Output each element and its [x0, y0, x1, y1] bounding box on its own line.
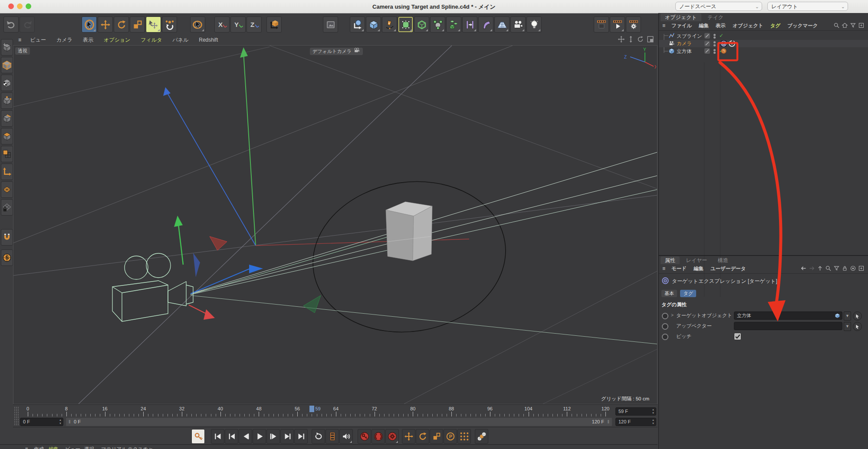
rotate-tool[interactable]	[114, 16, 129, 33]
visibility-dots[interactable]	[713, 48, 716, 55]
layer-color-box[interactable]	[704, 41, 710, 46]
range-slider[interactable]: ‖ 0 F 120 F ‖	[66, 418, 612, 426]
generator[interactable]	[414, 16, 429, 33]
key-position-toggle[interactable]	[402, 429, 415, 444]
scale-tool[interactable]	[130, 16, 145, 33]
spline-pen[interactable]	[382, 16, 397, 33]
enabled-check-icon[interactable]: ✓	[719, 33, 723, 39]
autokeying-toggle[interactable]	[372, 429, 385, 444]
redo-icon[interactable]	[20, 16, 35, 33]
expander-icon[interactable]: >	[671, 313, 674, 318]
key-scale-toggle[interactable]	[430, 429, 443, 444]
model-mode[interactable]	[1, 57, 13, 73]
material-menu-3[interactable]: 選択	[84, 446, 94, 449]
material-menu-0[interactable]: 作成	[34, 446, 44, 449]
render-picture-viewer[interactable]	[610, 16, 625, 33]
layer-color-box[interactable]	[704, 33, 710, 39]
material-menu-1[interactable]: 編集	[49, 446, 59, 449]
animation-dot-icon[interactable]	[662, 334, 668, 340]
goto-end-button[interactable]	[294, 429, 308, 444]
viewport-dolly-icon[interactable]	[627, 36, 635, 45]
basic-mode-button[interactable]: 基本	[661, 290, 677, 297]
lock-workplane[interactable]	[1, 199, 13, 216]
make-editable[interactable]	[1, 39, 13, 56]
panel-menu-ファイル[interactable]: ファイル	[671, 21, 692, 30]
current-frame-field[interactable]: 59 F ▲▼	[615, 407, 656, 416]
axis-mode[interactable]	[1, 164, 13, 180]
panel-menu-タグ[interactable]: タグ	[770, 21, 781, 30]
loop-toggle[interactable]	[312, 429, 325, 444]
axis-rotate-tool[interactable]	[162, 16, 177, 33]
visibility-dots[interactable]	[713, 33, 716, 39]
material-menu-4[interactable]: マテリアル	[101, 446, 127, 449]
back-arrow-icon[interactable]	[800, 265, 807, 272]
add-panel-icon[interactable]	[858, 22, 865, 29]
viewport-menu-3[interactable]: オプション	[104, 35, 130, 45]
stepper-icon[interactable]: ▲▼	[652, 418, 654, 425]
tag-mode-button[interactable]: タグ	[680, 290, 696, 297]
viewport-canvas[interactable]: 透視 デフォルトカメラ Y Z X グリッド間隔 : 50 cm	[13, 45, 658, 404]
filter-icon[interactable]	[849, 22, 857, 29]
volume-builder[interactable]	[430, 16, 445, 33]
lock-icon[interactable]	[841, 265, 848, 272]
layer-color-box[interactable]	[704, 48, 710, 54]
search-icon[interactable]	[825, 265, 832, 272]
timeline-ruler[interactable]: 08162432404856647280889610411212059	[13, 405, 621, 418]
search-icon[interactable]	[833, 22, 840, 29]
object-row-カメラ[interactable]: カメラ	[659, 40, 868, 48]
align-spline-tag[interactable]	[728, 40, 736, 47]
object-row-立方体[interactable]: 立方体✓	[659, 47, 868, 55]
pick-object-button[interactable]	[853, 311, 862, 321]
tab-structure[interactable]: 構造	[713, 256, 733, 264]
object-name[interactable]: 立方体	[677, 48, 692, 55]
viewport-move-icon[interactable]	[618, 36, 625, 45]
viewport-menu-1[interactable]: カメラ	[56, 35, 72, 45]
light-object[interactable]	[526, 16, 542, 33]
home-icon[interactable]	[841, 22, 848, 29]
camera-label-chip[interactable]: デフォルトカメラ	[310, 48, 363, 55]
forward-arrow-icon[interactable]	[808, 265, 815, 272]
edge-mode[interactable]	[1, 110, 13, 127]
locator-tool[interactable]	[350, 16, 365, 33]
panel-menu-ブックマーク[interactable]: ブックマーク	[787, 21, 818, 30]
material-menu-2[interactable]: ビュー	[65, 446, 80, 449]
goto-next-key-button[interactable]	[280, 429, 294, 444]
chevron-down-icon[interactable]: ▼	[844, 322, 851, 331]
move-tool[interactable]	[98, 16, 113, 33]
connector-deformer[interactable]	[462, 16, 477, 33]
panel-menu-オブジェクト[interactable]: オブジェクト	[733, 21, 763, 30]
panel-menu-編集[interactable]: 編集	[699, 21, 709, 30]
target-circle-icon[interactable]	[849, 265, 857, 272]
coordinate-system-toggle[interactable]	[266, 16, 282, 33]
tab-objects[interactable]: オブジェクト	[661, 13, 701, 21]
up-vector-field[interactable]	[734, 322, 842, 330]
target-expression-tag[interactable]	[720, 40, 727, 47]
object-name[interactable]: カメラ	[677, 40, 692, 47]
panel-menu-編集[interactable]: 編集	[694, 264, 704, 273]
render-settings[interactable]	[626, 16, 641, 33]
subdivision-surface[interactable]	[398, 16, 413, 33]
animation-dot-icon[interactable]	[662, 323, 668, 330]
viewport-menu-4[interactable]: フィルタ	[141, 35, 162, 45]
next-frame-button[interactable]	[266, 429, 280, 444]
menu-icon[interactable]: ≡	[662, 21, 665, 30]
goto-start-button[interactable]	[211, 429, 224, 444]
texture-mode[interactable]	[1, 75, 13, 91]
panel-menu-表示[interactable]: 表示	[716, 21, 726, 30]
pitch-checkbox[interactable]	[734, 333, 741, 340]
end-frame-field[interactable]: 120 F ▲▼	[615, 418, 656, 426]
target-object-field[interactable]: 立方体	[734, 311, 842, 320]
prev-frame-button[interactable]	[239, 429, 252, 444]
key-pla-toggle[interactable]	[457, 429, 471, 444]
render-view-button[interactable]	[323, 16, 338, 33]
point-mode[interactable]	[1, 92, 13, 109]
quantize-snap[interactable]: S	[1, 249, 13, 266]
phong-tag[interactable]	[720, 47, 727, 55]
menu-icon[interactable]: ≡	[18, 35, 21, 45]
snap-magnet[interactable]	[1, 229, 13, 246]
polygon-mode[interactable]	[1, 128, 13, 144]
start-frame-field[interactable]: 0 F ▲▼	[20, 418, 63, 426]
panel-menu-ユーザーデータ[interactable]: ユーザーデータ	[710, 264, 746, 273]
object-name[interactable]: スプライン	[677, 33, 702, 39]
menu-icon[interactable]: ≡	[662, 264, 665, 273]
